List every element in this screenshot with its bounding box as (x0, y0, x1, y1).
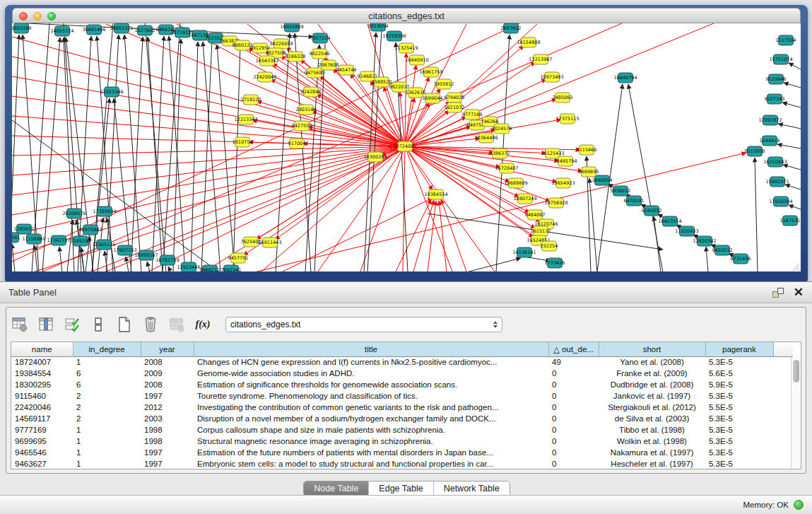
table-cell[interactable]: 6 (73, 368, 141, 379)
graph-edge[interactable] (405, 146, 495, 271)
zoom-window-button[interactable] (47, 12, 56, 21)
table-cell[interactable]: 2008 (141, 379, 194, 390)
table-cell[interactable]: 5.3E-5 (705, 436, 773, 447)
graph-edge[interactable] (783, 165, 801, 170)
table-cell[interactable]: 18724007 (11, 356, 73, 368)
column-header-title[interactable]: title (194, 342, 548, 356)
table-cell[interactable]: Franke et al. (2009) (599, 368, 705, 379)
table-cell[interactable]: 1 (73, 447, 141, 458)
graph-edge[interactable] (252, 120, 405, 146)
table-cell[interactable]: Tourette syndrome. Phenomenology and cla… (194, 390, 548, 402)
graph-edge[interactable] (784, 83, 801, 88)
table-cell[interactable]: 14569117 (11, 413, 73, 424)
graph-edge[interactable] (148, 37, 163, 271)
table-row[interactable]: 946362711997Embryonic stem cells: a mode… (11, 458, 793, 469)
row-selection-mode-icon[interactable] (63, 315, 81, 334)
table-row[interactable]: 977716911998Corpus callosum shape and si… (11, 424, 793, 436)
tab-edge-table[interactable]: Edge Table (369, 481, 433, 496)
graph-edge[interactable] (413, 200, 434, 271)
table-cell[interactable]: 5.3E-5 (705, 356, 773, 368)
table-cell[interactable]: 2012 (141, 402, 194, 413)
table-cell[interactable]: 9777169 (11, 424, 73, 436)
table-row[interactable]: 1872400712008Changes of HCN gene express… (11, 356, 793, 368)
table-cell[interactable]: Estimation of the future numbers of pati… (194, 447, 548, 458)
table-cell[interactable]: 5.9E-5 (705, 379, 773, 390)
table-cell[interactable]: 18300295 (11, 379, 73, 390)
graph-edge[interactable] (428, 201, 436, 271)
table-cell[interactable]: 9115460 (11, 390, 73, 402)
table-cell[interactable]: 0 (548, 379, 599, 390)
graph-edge[interactable] (789, 63, 801, 69)
column-visibility-icon[interactable] (37, 315, 55, 334)
graph-edge[interactable] (318, 146, 405, 271)
graph-edge[interactable] (777, 144, 801, 148)
citation-network-graph[interactable]: 1872400716033892405572430691406106553251… (12, 23, 801, 271)
table-cell[interactable]: 5.3E-5 (705, 413, 773, 424)
table-cell[interactable]: 0 (548, 436, 599, 447)
graph-edge[interactable] (147, 262, 150, 271)
table-cell[interactable]: 5.5E-5 (705, 402, 773, 413)
graph-edge[interactable] (67, 220, 73, 271)
table-cell[interactable]: Corpus callosum shape and size in male p… (194, 424, 548, 436)
table-row[interactable]: 1456911722003Disruption of a novel membe… (11, 413, 793, 424)
table-cell[interactable]: 1997 (141, 447, 194, 458)
table-cell[interactable]: Tibbo et al. (1998) (599, 424, 705, 436)
table-cell[interactable]: Hescheler et al. (1997) (599, 458, 705, 469)
network-canvas[interactable]: 1872400716033892405572430691406106553251… (12, 23, 801, 271)
table-cell[interactable]: Embryonic stem cells: a model to study s… (194, 458, 548, 469)
table-cell[interactable]: Disruption of a novel member of a sodium… (194, 413, 548, 424)
table-cell[interactable]: 1 (73, 424, 141, 436)
graph-edge[interactable] (628, 84, 663, 271)
function-builder-icon[interactable]: f(x) (194, 315, 212, 334)
table-cell[interactable]: 5.3E-5 (705, 390, 773, 402)
table-row[interactable]: 1938455462009Genome-wide association stu… (11, 368, 793, 379)
graph-edge[interactable] (706, 247, 708, 271)
table-cell[interactable]: 49 (548, 356, 599, 368)
graph-edge[interactable] (654, 216, 661, 271)
graph-edge[interactable] (152, 36, 164, 271)
table-cell[interactable]: 0 (548, 390, 599, 402)
graph-edge[interactable] (396, 199, 431, 271)
window-resize-grip[interactable] (792, 264, 799, 271)
tab-node-table[interactable]: Node Table (304, 481, 369, 496)
table-options-icon[interactable] (11, 315, 29, 334)
close-panel-icon[interactable]: ✕ (794, 288, 804, 298)
column-header-name[interactable]: name (11, 342, 73, 356)
graph-edge[interactable] (405, 53, 406, 146)
table-cell[interactable]: 1998 (141, 436, 194, 447)
graph-edge[interactable] (201, 40, 212, 271)
table-cell[interactable]: Yano et al. (2008) (599, 356, 705, 368)
graph-edge[interactable] (785, 185, 801, 189)
table-cell[interactable]: 5.6E-5 (705, 368, 773, 379)
column-header-year[interactable]: year (141, 342, 194, 356)
table-row[interactable]: 911546021997Tourette syndrome. Phenomeno… (11, 390, 793, 402)
graph-edge[interactable] (131, 37, 143, 271)
table-cell[interactable]: 0 (548, 402, 599, 413)
table-cell[interactable]: 6 (73, 379, 141, 390)
table-cell[interactable]: Structural magnetic resonance image aver… (194, 436, 548, 447)
graph-edge[interactable] (405, 146, 452, 271)
graph-edge[interactable] (441, 199, 466, 271)
graph-edge[interactable] (12, 146, 405, 235)
table-cell[interactable]: 1998 (141, 424, 194, 436)
graph-edge[interactable] (778, 124, 801, 129)
create-new-column-icon[interactable] (115, 315, 134, 334)
graph-edge[interactable] (405, 65, 416, 146)
graph-edge[interactable] (782, 103, 801, 107)
table-cell[interactable]: 2 (73, 413, 141, 424)
graph-edge[interactable] (203, 42, 220, 271)
table-row[interactable]: 1830029562008Estimation of significance … (11, 379, 793, 390)
table-cell[interactable]: Stergiakouli et al. (2012) (599, 402, 705, 413)
table-cell[interactable]: 2 (73, 390, 141, 402)
table-cell[interactable]: Estimation of significance thresholds fo… (194, 379, 548, 390)
table-cell[interactable]: 5.3E-5 (705, 424, 773, 436)
tab-network-table[interactable]: Network Table (434, 481, 510, 496)
minimize-window-button[interactable] (33, 12, 42, 21)
table-cell[interactable]: Genome-wide association studies in ADHD. (194, 368, 548, 379)
graph-edge[interactable] (755, 158, 758, 271)
graph-edge[interactable] (12, 244, 15, 271)
close-window-button[interactable] (19, 12, 28, 21)
table-cell[interactable]: de Silva et al. (2003) (599, 413, 705, 424)
graph-edge[interactable] (405, 146, 546, 153)
table-cell[interactable]: 2008 (141, 356, 194, 368)
